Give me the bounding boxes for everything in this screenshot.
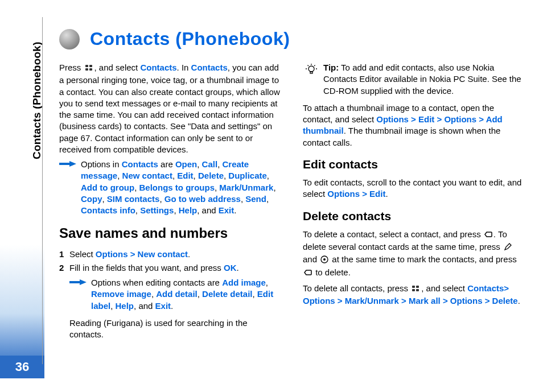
thumbnail-paragraph: To attach a thumbnail image to a contact… [303, 102, 526, 148]
text: , and select [94, 63, 141, 72]
text: , and select [421, 283, 467, 293]
side-section-title: Contacts (Phonebook) [31, 42, 43, 159]
link-contacts: Contacts [140, 63, 176, 72]
text: Select [69, 249, 96, 259]
text: . [518, 296, 520, 306]
text: Options when editing contacts are [91, 278, 222, 287]
sidebar: Contacts (Phonebook) 36 [0, 0, 44, 392]
clear-key-icon [304, 268, 312, 279]
svg-rect-12 [310, 72, 312, 73]
page-content: Contacts (Phonebook) Press , and select … [59, 28, 526, 376]
text: , and [134, 301, 155, 311]
heading-save: Save names and numbers [59, 224, 282, 242]
options-block: Options in Contacts are Open, Call, Crea… [59, 159, 282, 216]
svg-marker-5 [69, 279, 87, 285]
option: Settings [140, 205, 174, 215]
option: Add image [222, 278, 266, 287]
text: Fill in the fields that you want, and pr… [69, 263, 224, 273]
text: , you can add a personal ringing tone, v… [59, 63, 280, 154]
option: Exit [219, 205, 235, 215]
text: . In [177, 63, 191, 72]
page-number: 36 [0, 356, 44, 378]
link-contacts: Contacts [191, 63, 228, 72]
option: Copy [81, 194, 102, 204]
arrow-icon [69, 279, 87, 285]
intro-paragraph: Press , and select Contacts. In Contacts… [59, 62, 282, 155]
option: Help [179, 205, 198, 215]
svg-rect-16 [416, 286, 419, 288]
edit-paragraph: To edit contacts, scroll to the contact … [303, 177, 526, 200]
step-1: 1Select Options > New contact. [59, 249, 282, 260]
scroll-key-icon [320, 255, 328, 266]
vertical-divider [42, 17, 43, 364]
delete-paragraph-2: To delete all contacts, press , and sele… [303, 283, 526, 307]
option: Remove image [91, 289, 151, 299]
delete-paragraph-1: To delete a contact, select a contact, a… [303, 229, 526, 279]
text: To delete a contact, select a contact, a… [303, 229, 483, 239]
heading-edit: Edit contacts [303, 156, 526, 172]
tip-label: Tip: [323, 63, 339, 72]
option: Add detail [156, 289, 198, 299]
arrow-icon [59, 161, 76, 167]
svg-rect-2 [85, 68, 88, 71]
title-row: Contacts (Phonebook) [59, 28, 526, 49]
option: Delete detail [202, 289, 252, 299]
menu-key-icon [412, 284, 420, 295]
link: Options > Edit [327, 189, 385, 199]
option: Mark/Unmark [219, 183, 273, 192]
text: . [236, 263, 238, 273]
step-number: 2 [59, 262, 64, 274]
step-2: 2Fill in the fields that you want, and p… [59, 262, 282, 312]
options-block: Options when editing contacts are Add im… [69, 277, 282, 312]
option: Help [116, 301, 134, 311]
option: Send [245, 194, 266, 204]
text: . [188, 249, 190, 259]
svg-line-10 [308, 65, 309, 67]
steps-list: 1Select Options > New contact. 2Fill in … [59, 249, 282, 312]
option: Add to group [81, 183, 134, 192]
option: New contact [122, 171, 172, 180]
tip-block: Tip: To add and edit contacts, also use … [303, 62, 526, 97]
text: To delete all contacts, press [303, 283, 410, 293]
text: . [385, 189, 388, 199]
text: Press [59, 63, 84, 72]
svg-rect-0 [85, 65, 88, 67]
svg-line-11 [314, 65, 315, 67]
svg-rect-17 [412, 289, 415, 291]
option: Open [175, 159, 197, 169]
option: Belongs to groups [139, 183, 215, 192]
pen-key-icon [504, 242, 512, 254]
tip-lightbulb-icon [305, 63, 318, 76]
menu-key-icon [85, 63, 93, 75]
body-columns: Press , and select Contacts. In Contacts… [59, 62, 526, 344]
heading-delete: Delete contacts [303, 208, 526, 224]
text: Options in [81, 159, 122, 169]
link: Options > New contact [96, 249, 188, 259]
link: OK [224, 263, 237, 273]
text: and [303, 254, 319, 264]
option: Contacts info [81, 205, 135, 215]
svg-rect-3 [89, 68, 92, 71]
option: Call [202, 159, 218, 169]
clear-key-icon [484, 230, 492, 241]
page-title: Contacts (Phonebook) [90, 28, 290, 49]
tip-text: To add and edit contacts, also use Nokia… [323, 63, 521, 96]
option: Delete [198, 171, 224, 180]
svg-rect-15 [412, 286, 415, 288]
text: . [234, 205, 236, 215]
text: . [171, 301, 173, 311]
furigana-note: Reading (Furigana) is used for searching… [59, 317, 282, 341]
option: Duplicate [228, 171, 267, 180]
svg-point-6 [308, 66, 314, 72]
option: Go to web address [164, 194, 241, 204]
svg-point-14 [323, 258, 326, 261]
contacts-icon [59, 29, 80, 49]
link: Contacts [122, 159, 158, 169]
text: to delete. [313, 267, 351, 277]
option: SIM contacts [107, 194, 160, 204]
option: Edit [177, 171, 193, 180]
text: at the same time to mark the contacts, a… [330, 254, 516, 264]
text: , and [197, 205, 219, 215]
text: are [158, 159, 175, 169]
step-number: 1 [59, 249, 64, 260]
